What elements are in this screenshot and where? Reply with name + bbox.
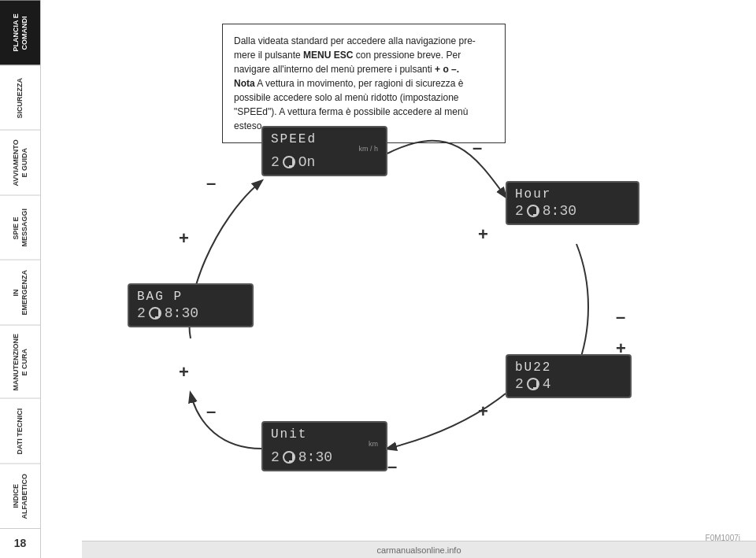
panel-bag-val: 8:30: [165, 305, 198, 321]
panel-hour: Hour 2 8:30: [506, 181, 639, 225]
sidebar-label-plancia: PLANCIA E COMANDI: [12, 9, 29, 57]
website-text: carmanualsonline.info: [376, 545, 461, 555]
sign-right-plus-lower: +: [616, 338, 626, 359]
sidebar-label-indice: INDICE ALFABETICO: [12, 472, 29, 521]
panel-unit-val: 8:30: [298, 449, 332, 465]
sidebar-label-sicurezza: SICUREZZA: [16, 78, 24, 119]
panel-hour-title: Hour: [515, 187, 630, 201]
panel-buzz-prefix: 2: [515, 376, 524, 392]
sign-right-minus-lower: –: [616, 307, 625, 327]
panel-buzz-value: 2 4: [515, 376, 622, 392]
info-bold-signs: + o –.: [435, 64, 459, 75]
sidebar-item-spie[interactable]: SPIE E MESSAGGI: [0, 195, 40, 261]
info-note-label: Nota: [234, 78, 255, 89]
panel-speed-val: On: [298, 154, 316, 170]
info-bold-menuesc: MENU ESC: [303, 50, 353, 61]
panel-buzz-val: 4: [543, 376, 551, 392]
panel-unit: Unit km 2 8:30: [261, 421, 387, 471]
sidebar-item-avviamento[interactable]: AVVIAMENTO E GUIDA: [0, 130, 40, 195]
panel-unit-prefix: 2: [271, 449, 280, 465]
panel-buzz: bU22 2 4: [506, 354, 632, 398]
sidebar-label-emergenza: IN EMERGENZA: [12, 268, 29, 317]
sidebar-item-dati[interactable]: DATI TECNICI: [0, 398, 40, 464]
panel-unit-icon: [283, 451, 295, 464]
sidebar-label-dati: DATI TECNICI: [16, 408, 24, 455]
sidebar-item-indice[interactable]: INDICE ALFABETICO: [0, 464, 40, 529]
panel-bag-value: 2 8:30: [137, 305, 244, 321]
main-content: Dalla videata standard per accedere alla…: [41, 0, 756, 558]
panel-bag: BAG P 2 8:30: [128, 283, 254, 327]
sign-bottom-plus: +: [478, 401, 488, 422]
info-note-text: A vettura in movimento, per ragioni di s…: [234, 78, 468, 131]
sidebar: PLANCIA E COMANDI SICUREZZA AVVIAMENTO E…: [0, 0, 41, 558]
sign-bag-minus: –: [206, 401, 216, 422]
panel-buzz-icon: [527, 378, 539, 390]
website-bar: carmanualsonline.info: [82, 541, 756, 558]
panel-unit-value: 2 8:30: [271, 449, 378, 465]
sign-bottom-minus: –: [387, 456, 397, 477]
sign-top-minus: –: [472, 138, 482, 158]
sidebar-label-manutenzione: MANUTENZIONE E CURA: [12, 334, 29, 391]
sign-left-plus-upper: +: [179, 228, 189, 249]
panel-hour-val: 8:30: [543, 203, 576, 219]
panel-bag-icon: [149, 307, 161, 320]
panel-speed-icon: [283, 156, 295, 168]
sidebar-item-plancia[interactable]: PLANCIA E COMANDI: [0, 0, 40, 65]
panel-buzz-title: bU22: [515, 360, 622, 375]
panel-bag-title: BAG P: [137, 290, 244, 304]
sign-bag-plus: +: [179, 362, 189, 382]
sign-right-plus-upper: +: [478, 224, 488, 245]
panel-bag-prefix: 2: [137, 305, 146, 321]
sidebar-label-spie: SPIE E MESSAGGI: [12, 204, 29, 253]
sidebar-item-sicurezza[interactable]: SICUREZZA: [0, 65, 40, 131]
panel-hour-prefix: 2: [515, 203, 524, 219]
panel-hour-icon: [527, 205, 539, 217]
panel-speed-prefix: 2: [271, 154, 280, 170]
sidebar-item-emergenza[interactable]: IN EMERGENZA: [0, 260, 40, 325]
page-number: 18: [0, 528, 40, 558]
sidebar-label-avviamento: AVVIAMENTO E GUIDA: [12, 139, 29, 187]
panel-speed-value: 2 On: [271, 154, 378, 170]
sign-left-minus: –: [206, 173, 216, 194]
panel-speed: SPEEd km / h 2 On: [261, 126, 387, 176]
panel-hour-value: 2 8:30: [515, 203, 630, 219]
sidebar-item-manutenzione[interactable]: MANUTENZIONE E CURA: [0, 325, 40, 399]
